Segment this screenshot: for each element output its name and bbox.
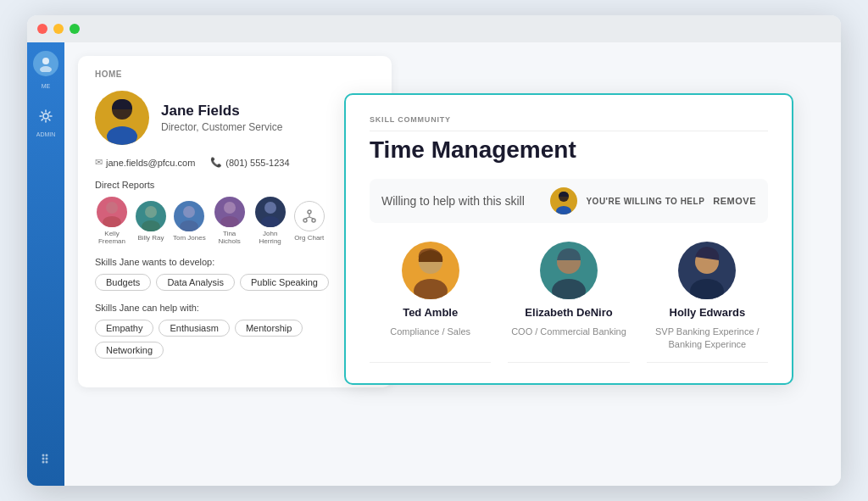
contact-phone: 📞 (801) 555-1234 xyxy=(210,157,289,168)
willing-right: YOU'RE WILLING TO HELP REMOVE xyxy=(550,187,756,214)
svg-point-15 xyxy=(183,206,195,218)
svg-point-23 xyxy=(312,219,315,222)
direct-reports-section: Direct Reports Kelly Freeman xyxy=(95,180,375,245)
report-avatar-john[interactable] xyxy=(255,197,286,227)
report-avatar-billy[interactable] xyxy=(136,201,166,231)
skill-community-label: SKILL COMMUNITY xyxy=(370,115,768,131)
svg-line-25 xyxy=(305,217,309,219)
remove-button[interactable]: REMOVE xyxy=(713,196,756,206)
report-avatar-kelly[interactable] xyxy=(97,197,127,227)
tag-networking[interactable]: Networking xyxy=(95,342,164,359)
phone-icon: 📞 xyxy=(210,157,222,168)
willing-avatar xyxy=(550,187,577,214)
svg-line-26 xyxy=(309,217,314,219)
svg-point-5 xyxy=(42,458,45,460)
members-row: Ted Amble Compliance / Sales Elizab xyxy=(370,242,768,363)
tag-empathy[interactable]: Empathy xyxy=(95,320,153,337)
close-dot[interactable] xyxy=(37,24,47,34)
member-role-holly: SVP Banking Experince / Banking Experinc… xyxy=(647,326,768,352)
org-chart-label: Org Chart xyxy=(294,234,324,242)
tag-public-speaking[interactable]: Public Speaking xyxy=(240,274,329,291)
report-avatar-tina[interactable] xyxy=(214,197,245,227)
willing-text: Willing to help with this skill xyxy=(381,194,525,208)
profile-info: Jane Fields Director, Customer Service xyxy=(161,103,282,133)
tag-enthusiasm[interactable]: Enthusiasm xyxy=(159,320,229,337)
svg-point-21 xyxy=(308,210,311,214)
svg-point-11 xyxy=(106,202,118,214)
svg-point-22 xyxy=(303,219,307,222)
member-avatar-elizabeth[interactable] xyxy=(540,242,598,299)
contact-email: ✉ jane.fields@pfcu.com xyxy=(95,157,195,168)
direct-reports-label: Direct Reports xyxy=(95,180,375,190)
report-john: John Herring xyxy=(253,197,287,245)
skills-develop-label: Skills Jane wants to develop: xyxy=(95,257,375,267)
svg-point-18 xyxy=(220,216,239,227)
skill-title: Time Management xyxy=(370,136,768,164)
svg-point-6 xyxy=(46,458,48,460)
svg-point-13 xyxy=(145,206,157,218)
report-name-tom: Tom Jones xyxy=(173,234,206,242)
svg-point-34 xyxy=(690,279,724,299)
report-name-john: John Herring xyxy=(253,230,287,245)
member-name-holly: Holly Edwards xyxy=(670,306,746,319)
skill-community-card: SKILL COMMUNITY Time Management Willing … xyxy=(344,93,793,385)
home-label: HOME xyxy=(95,70,375,79)
org-chart-icon[interactable] xyxy=(294,201,325,231)
svg-point-0 xyxy=(42,58,49,64)
title-bar xyxy=(27,15,841,42)
svg-point-16 xyxy=(180,220,198,231)
svg-point-12 xyxy=(103,216,121,227)
member-ted: Ted Amble Compliance / Sales xyxy=(370,242,491,363)
email-value: jane.fields@pfcu.com xyxy=(106,158,195,168)
skills-help-label: Skills Jane can help with: xyxy=(95,303,375,313)
svg-point-32 xyxy=(552,279,586,299)
member-role-elizabeth: COO / Commercial Banking xyxy=(511,326,626,338)
member-holly: Holly Edwards SVP Banking Experince / Ba… xyxy=(647,242,768,363)
member-avatar-holly[interactable] xyxy=(678,242,736,299)
skills-develop-tags: Budgets Data Analysis Public Speaking xyxy=(95,274,375,291)
email-icon: ✉ xyxy=(95,157,103,168)
svg-point-20 xyxy=(261,216,280,227)
report-name-billy: Billy Ray xyxy=(137,234,164,242)
member-avatar-ted[interactable] xyxy=(402,242,459,299)
svg-point-4 xyxy=(46,461,48,464)
svg-point-19 xyxy=(264,202,276,214)
svg-point-3 xyxy=(42,461,45,464)
sidebar-user-avatar[interactable] xyxy=(33,51,58,76)
skills-help-tags: Empathy Enthusiasm Mentorship Networking xyxy=(95,320,375,359)
svg-point-30 xyxy=(414,279,448,299)
sidebar-me-label: ME xyxy=(42,83,51,89)
svg-point-1 xyxy=(40,66,52,72)
report-tina: Tina Nichols xyxy=(213,197,247,245)
profile-avatar xyxy=(95,91,149,145)
willing-badge: YOU'RE WILLING TO HELP xyxy=(586,197,704,206)
reports-row: Kelly Freeman Billy Ray xyxy=(95,197,375,245)
profile-title: Director, Customer Service xyxy=(161,121,282,133)
contact-row: ✉ jane.fields@pfcu.com 📞 (801) 555-1234 xyxy=(95,157,375,168)
willing-section: Willing to help with this skill YOU'RE W… xyxy=(370,179,768,223)
sidebar: ME ADMIN xyxy=(27,42,64,486)
tag-budgets[interactable]: Budgets xyxy=(95,274,151,291)
report-kelly: Kelly Freeman xyxy=(95,197,129,245)
minimize-dot[interactable] xyxy=(53,24,64,34)
report-billy: Billy Ray xyxy=(136,201,166,242)
tag-mentorship[interactable]: Mentorship xyxy=(235,320,303,337)
svg-point-8 xyxy=(46,454,48,457)
sidebar-bottom-dots xyxy=(40,454,52,469)
main-content: HOME Jane Fields Director, Customer Serv… xyxy=(64,42,841,486)
member-role-ted: Compliance / Sales xyxy=(390,326,470,338)
report-avatar-tom[interactable] xyxy=(174,201,204,231)
svg-point-17 xyxy=(224,202,236,214)
maximize-dot[interactable] xyxy=(70,24,80,34)
report-name-tina: Tina Nichols xyxy=(213,230,247,245)
svg-point-2 xyxy=(43,114,48,119)
report-org-chart[interactable]: Org Chart xyxy=(294,201,325,242)
member-name-elizabeth: Elizabeth DeNiro xyxy=(525,306,612,319)
phone-value: (801) 555-1234 xyxy=(225,158,289,168)
tag-data-analysis[interactable]: Data Analysis xyxy=(156,274,235,291)
browser-window: ME ADMIN xyxy=(27,15,841,486)
profile-header: Jane Fields Director, Customer Service xyxy=(95,91,375,145)
svg-point-7 xyxy=(42,454,45,457)
report-tom: Tom Jones xyxy=(173,201,206,242)
sidebar-admin-icon[interactable] xyxy=(34,104,58,128)
